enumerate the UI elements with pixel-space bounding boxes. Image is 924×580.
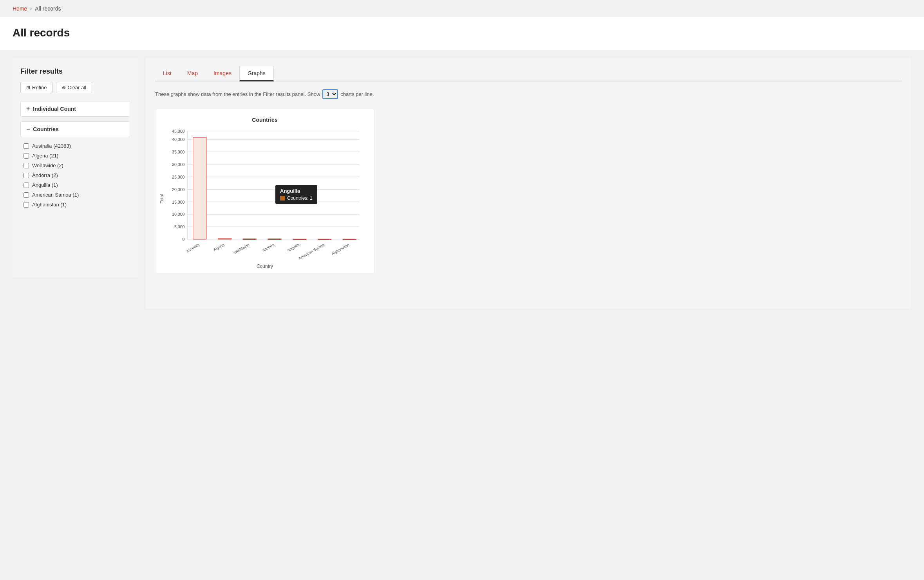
facet-countries-header[interactable]: − Countries [20,121,130,137]
facet-countries-label: Countries [33,126,58,132]
tab-list[interactable]: List [155,66,179,81]
main-layout: Filter results ⊞ Refine ⊗ Clear all + In… [0,50,924,316]
andorra-label: Andorra (2) [32,172,58,178]
svg-text:Australia: Australia [185,242,200,253]
filter-panel: Filter results ⊞ Refine ⊗ Clear all + In… [13,58,138,277]
filter-icon: ⊞ [26,85,30,90]
facet-individual-count-toggle: + [26,105,30,112]
list-item: Australia (42383) [22,141,130,151]
page-title-area: All records [0,17,924,50]
svg-text:Anguilla: Anguilla [286,242,300,253]
bar-worldwide[interactable] [243,239,256,240]
tab-graphs[interactable]: Graphs [239,66,274,81]
clear-all-button[interactable]: ⊗ Clear all [56,82,92,93]
algeria-label: Algeria (21) [32,153,58,159]
list-item: American Samoa (1) [22,190,130,200]
facet-individual-count-header[interactable]: + Individual Count [20,101,130,117]
svg-text:40,000: 40,000 [172,137,185,142]
refine-label: Refine [32,85,47,90]
list-item: Afghanistan (1) [22,200,130,210]
australia-checkbox[interactable] [24,143,29,149]
afghanistan-label: Afghanistan (1) [32,202,67,208]
svg-text:0: 0 [183,237,185,242]
breadcrumb-current: All records [35,5,61,12]
svg-text:45,000: 45,000 [172,129,185,134]
filter-buttons: ⊞ Refine ⊗ Clear all [20,82,130,93]
content-panel: List Map Images Graphs These graphs show… [146,58,911,309]
bar-andorra[interactable] [268,239,281,240]
svg-text:Andorra: Andorra [261,242,275,253]
worldwide-checkbox[interactable] [24,163,29,168]
countries-chart: Countries Total [155,108,374,273]
svg-text:35,000: 35,000 [172,150,185,154]
bar-american-samoa[interactable] [318,239,331,239]
clear-all-label: Clear all [68,85,87,90]
x-axis-labels: Australia Algeria Worldwide Andorra Angu… [185,242,350,260]
svg-text:30,000: 30,000 [172,162,185,167]
countries-facet-items: Australia (42383) Algeria (21) Worldwide… [20,141,130,210]
svg-text:Afghanistan: Afghanistan [331,242,350,256]
bar-afghanistan[interactable] [343,239,356,239]
y-axis-label: Total [159,136,164,261]
andorra-checkbox[interactable] [24,173,29,178]
chart-svg: 0 5,000 10,000 15,000 20,000 25,000 30,0… [166,127,370,260]
facet-countries: − Countries Australia (42383) Algeria (2… [20,121,130,210]
breadcrumb-separator: › [30,6,32,11]
list-item: Anguilla (1) [22,180,130,190]
svg-text:20,000: 20,000 [172,187,185,192]
svg-text:American Samoa: American Samoa [298,242,325,260]
bar-algeria[interactable] [218,239,231,239]
australia-label: Australia (42383) [32,143,71,149]
facet-countries-toggle: − [26,126,30,133]
tab-map[interactable]: Map [179,66,206,81]
chart-title: Countries [159,117,370,123]
tab-images[interactable]: Images [206,66,239,81]
bar-anguilla[interactable] [293,239,306,239]
filter-results-title: Filter results [20,67,130,76]
tabs-row: List Map Images Graphs [155,66,902,81]
breadcrumb: Home › All records [0,0,924,17]
chart-inner: Total [159,127,370,261]
circle-x-icon: ⊗ [62,85,66,90]
graphs-info-suffix: charts per line. [340,91,374,97]
graphs-info: These graphs show data from the entries … [155,89,902,99]
facet-individual-count: + Individual Count [20,101,130,117]
svg-text:Algeria: Algeria [213,242,225,252]
chart-body: 0 5,000 10,000 15,000 20,000 25,000 30,0… [166,127,370,261]
breadcrumb-home-link[interactable]: Home [13,5,27,12]
list-item: Andorra (2) [22,170,130,180]
anguilla-checkbox[interactable] [24,182,29,188]
anguilla-label: Anguilla (1) [32,182,58,188]
american-samoa-label: American Samoa (1) [32,192,79,198]
bar-australia[interactable] [193,137,206,239]
list-item: Algeria (21) [22,151,130,161]
refine-button[interactable]: ⊞ Refine [20,82,53,93]
worldwide-label: Worldwide (2) [32,163,63,168]
charts-per-line-select[interactable]: 1 2 3 4 [322,89,338,99]
svg-text:10,000: 10,000 [172,212,185,217]
list-item: Worldwide (2) [22,161,130,170]
page-title: All records [13,27,911,39]
afghanistan-checkbox[interactable] [24,202,29,208]
x-axis-label: Country [159,264,370,269]
facet-individual-count-label: Individual Count [33,106,76,112]
algeria-checkbox[interactable] [24,153,29,159]
svg-text:15,000: 15,000 [172,200,185,204]
svg-text:25,000: 25,000 [172,175,185,179]
svg-text:5,000: 5,000 [174,224,185,229]
svg-text:Worldwide: Worldwide [233,242,250,255]
graphs-info-text: These graphs show data from the entries … [155,91,320,97]
american-samoa-checkbox[interactable] [24,192,29,198]
